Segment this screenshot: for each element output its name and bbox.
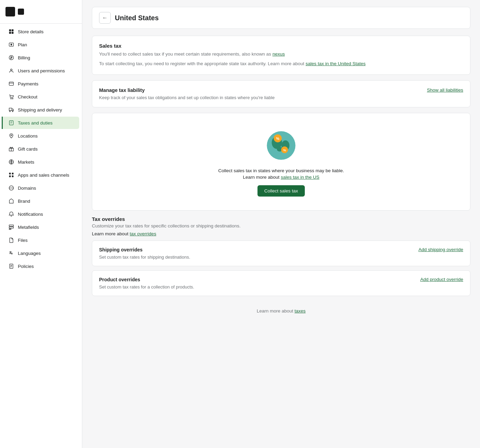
domains-icon <box>8 185 14 191</box>
sidebar-item-billing[interactable]: Billing <box>3 51 79 64</box>
svg-rect-23 <box>9 227 14 228</box>
collect-tax-card: % % Collect sales tax in states where yo… <box>92 113 470 211</box>
sidebar-item-payments[interactable]: Payments <box>3 78 79 90</box>
back-button[interactable]: ← <box>99 12 111 24</box>
svg-rect-22 <box>9 225 14 226</box>
sidebar-item-gift-cards[interactable]: Gift cards <box>3 143 79 155</box>
sidebar-item-store-details[interactable]: Store details <box>3 25 79 38</box>
svg-point-12 <box>12 111 13 112</box>
sidebar-item-policies[interactable]: Policies <box>3 260 79 272</box>
sidebar-item-store-details-label: Store details <box>18 29 44 34</box>
add-product-override-link[interactable]: Add product override <box>420 277 463 282</box>
shipping-icon <box>8 107 14 113</box>
add-shipping-override-link[interactable]: Add shipping override <box>418 247 463 252</box>
sidebar-item-languages[interactable]: Languages <box>3 247 79 259</box>
footer-learn: Learn more about taxes <box>92 302 470 317</box>
svg-point-7 <box>11 69 12 71</box>
sales-tax-desc1: You'll need to collect sales tax if you … <box>99 51 463 58</box>
sidebar-item-domains-label: Domains <box>18 186 36 191</box>
manage-tax-text: Manage tax liability Keep track of your … <box>99 87 275 100</box>
markets-icon <box>8 159 14 165</box>
sidebar-item-shipping[interactable]: Shipping and delivery <box>3 104 79 116</box>
checkout-icon <box>8 94 14 100</box>
svg-rect-0 <box>9 30 11 32</box>
collect-tax-desc2: Learn more about sales tax in the US <box>243 175 320 180</box>
product-overrides-heading: Product overrides <box>99 277 194 282</box>
us-sales-tax-link[interactable]: sales tax in the United States <box>305 61 365 66</box>
sidebar-item-policies-label: Policies <box>18 264 34 269</box>
sales-tax-section: Sales tax You'll need to collect sales t… <box>92 36 470 75</box>
svg-point-14 <box>11 135 12 136</box>
svg-rect-3 <box>12 32 14 34</box>
sidebar-item-brand-label: Brand <box>18 199 30 204</box>
svg-rect-8 <box>9 82 14 85</box>
manage-tax-desc: Keep track of your sales tax obligations… <box>99 95 275 100</box>
sidebar-item-notifications-label: Notifications <box>18 212 43 217</box>
show-liabilities-link[interactable]: Show all liabilities <box>427 87 463 93</box>
svg-point-10 <box>12 98 13 99</box>
sidebar-item-plan[interactable]: Plan <box>3 38 79 51</box>
main-content: ← United States Sales tax You'll need to… <box>82 0 480 448</box>
sidebar-item-payments-label: Payments <box>18 81 38 86</box>
svg-point-9 <box>11 98 11 99</box>
collect-sales-tax-button[interactable]: Collect sales tax <box>257 185 305 197</box>
svg-rect-19 <box>9 176 11 177</box>
sidebar-item-checkout-label: Checkout <box>18 94 37 99</box>
tax-overrides-heading: Tax overrides <box>92 216 470 222</box>
sidebar-item-gift-cards-label: Gift cards <box>18 146 38 152</box>
brand-icon <box>8 198 14 204</box>
sidebar-item-taxes[interactable]: Taxes and duties <box>2 117 79 129</box>
sidebar-item-domains[interactable]: Domains <box>3 182 79 194</box>
manage-tax-card: Manage tax liability Keep track of your … <box>92 80 470 107</box>
logo-secondary <box>18 9 24 15</box>
tax-overrides-section: Tax overrides Customize your tax rates f… <box>92 216 470 296</box>
plan-icon <box>8 42 14 48</box>
sidebar-item-brand[interactable]: Brand <box>3 195 79 207</box>
sales-tax-heading: Sales tax <box>99 43 463 49</box>
product-overrides-desc: Set custom tax rates for a collection of… <box>99 284 194 290</box>
svg-point-5 <box>11 44 12 46</box>
sidebar-item-plan-label: Plan <box>18 42 27 47</box>
sidebar-item-taxes-label: Taxes and duties <box>18 120 52 126</box>
page-title: United States <box>115 14 159 22</box>
sidebar-item-apps-label: Apps and sales channels <box>18 173 69 178</box>
svg-rect-13 <box>9 121 13 125</box>
policies-icon <box>8 263 14 269</box>
sidebar-item-metafields[interactable]: Metafields <box>3 221 79 233</box>
svg-rect-1 <box>12 30 14 32</box>
shipping-overrides-desc: Set custom tax rates for shipping destin… <box>99 255 190 260</box>
nexus-link[interactable]: nexus <box>273 51 285 57</box>
svg-rect-24 <box>9 229 11 229</box>
sidebar-item-files-label: Files <box>18 238 28 243</box>
sidebar-item-languages-label: Languages <box>18 251 41 256</box>
sidebar-item-users-permissions[interactable]: Users and permissions <box>3 64 79 77</box>
shipping-overrides-text: Shipping overrides Set custom tax rates … <box>99 247 190 260</box>
tax-overrides-header: Tax overrides Customize your tax rates f… <box>92 216 470 240</box>
svg-text:%: % <box>276 136 279 140</box>
tax-overrides-desc: Customize your tax rates for specific co… <box>92 223 470 228</box>
globe-illustration: % % <box>264 127 298 161</box>
sidebar-item-apps[interactable]: Apps and sales channels <box>3 169 79 181</box>
notifications-icon <box>8 211 14 217</box>
sidebar-item-markets[interactable]: Markets <box>3 156 79 168</box>
sidebar-item-notifications[interactable]: Notifications <box>3 208 79 220</box>
svg-text:%: % <box>283 148 286 152</box>
users-icon <box>8 68 14 74</box>
footer-taxes-link[interactable]: taxes <box>295 308 305 314</box>
sidebar: Store details Plan Billing Users and per… <box>0 0 82 448</box>
logo-primary <box>5 7 15 16</box>
svg-rect-2 <box>9 32 11 34</box>
sidebar-item-locations[interactable]: Locations <box>3 130 79 142</box>
files-icon <box>8 237 14 243</box>
sidebar-divider-top <box>0 23 82 24</box>
sidebar-item-checkout[interactable]: Checkout <box>3 91 79 103</box>
sidebar-item-users-label: Users and permissions <box>18 68 65 73</box>
tax-overrides-link[interactable]: tax overrides <box>130 231 156 236</box>
collect-tax-link[interactable]: sales tax in the US <box>281 175 320 180</box>
shipping-overrides-heading: Shipping overrides <box>99 247 190 252</box>
svg-rect-18 <box>12 173 14 175</box>
product-overrides-card: Product overrides Set custom tax rates f… <box>92 270 470 296</box>
store-icon <box>8 28 14 35</box>
sidebar-item-files[interactable]: Files <box>3 234 79 246</box>
metafields-icon <box>8 224 14 230</box>
